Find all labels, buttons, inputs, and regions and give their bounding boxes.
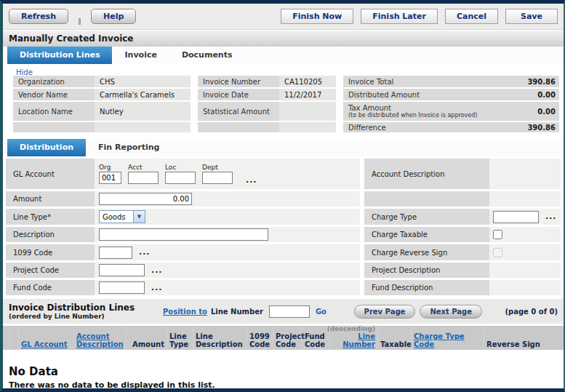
fund-code-input[interactable] bbox=[99, 281, 145, 294]
column-line-description: Line Description bbox=[193, 326, 247, 350]
summary-middle-empty-value bbox=[279, 122, 336, 132]
column-taxable: Taxable bbox=[378, 326, 412, 350]
position-to-link[interactable]: Position to bbox=[163, 308, 207, 316]
dept-segment-input[interactable] bbox=[202, 172, 233, 184]
charge-reverse-sign-checkbox bbox=[493, 248, 502, 257]
finish-now-button[interactable]: Finish Now bbox=[281, 9, 353, 24]
project-description-label: Project Description bbox=[364, 263, 489, 278]
invoice-total-value: 390.86 bbox=[507, 76, 559, 87]
project-description-value bbox=[489, 263, 561, 278]
charge-reverse-sign-field bbox=[489, 244, 561, 260]
statistical-amount-label: Statistical Amount bbox=[198, 102, 279, 121]
pager: Prev Page Next Page (page 0 of 0) bbox=[354, 305, 558, 319]
go-link[interactable]: Go bbox=[316, 308, 326, 316]
refresh-button[interactable]: Refresh bbox=[9, 9, 68, 24]
gl-account-lookup-icon[interactable]: ... bbox=[246, 177, 257, 183]
line-type-field: Goods ▼ bbox=[95, 209, 360, 225]
lines-subtitle: (ordered by Line Number) bbox=[9, 313, 163, 320]
fund-description-value bbox=[489, 280, 561, 295]
acct-segment-label: Acct bbox=[128, 164, 159, 171]
no-data-message: There was no data to be displayed in thi… bbox=[9, 380, 564, 390]
description-field bbox=[95, 227, 360, 242]
difference-label: Difference bbox=[343, 122, 507, 132]
tab-distribution[interactable]: Distribution bbox=[7, 139, 86, 156]
location-name-value: Nutley bbox=[95, 102, 191, 121]
column-fund-code: Fund Code bbox=[302, 326, 330, 350]
project-code-input[interactable] bbox=[99, 264, 145, 276]
form-left-column: GL Account Org Acct Loc Dep bbox=[6, 159, 360, 297]
charge-taxable-label: Charge Taxable bbox=[364, 227, 489, 242]
vendor-name-value: Carmella's Caramels bbox=[95, 89, 191, 100]
distribution-subtabs: Distribution Fin Reporting bbox=[3, 139, 564, 156]
prev-page-button[interactable]: Prev Page bbox=[354, 305, 416, 319]
invoice-number-label: Invoice Number bbox=[198, 76, 279, 87]
toolbar-actions: Finish Now Finish Later Cancel Save bbox=[273, 9, 558, 24]
fund-code-label: Fund Code bbox=[6, 280, 95, 295]
difference-value: 390.86 bbox=[507, 122, 559, 132]
line-type-label: Line Type* bbox=[6, 209, 95, 225]
form-right-column: Account Description Charge Type ... Char… bbox=[364, 159, 561, 297]
amount-label: Amount bbox=[6, 191, 95, 207]
tax-amount-note: (to be distributed when Invoice is appro… bbox=[348, 112, 477, 119]
project-code-label: Project Code bbox=[6, 263, 95, 278]
descending-sort-note: (descending) bbox=[327, 325, 375, 332]
description-label: Description bbox=[6, 227, 95, 242]
tab-distribution-lines[interactable]: Distribution Lines bbox=[7, 47, 112, 64]
gl-account-field: Org Acct Loc Dept ... bbox=[95, 159, 360, 189]
gl-account-label: GL Account bbox=[6, 159, 95, 189]
amount-field bbox=[95, 191, 360, 207]
charge-taxable-checkbox[interactable] bbox=[493, 230, 502, 239]
main-tabs: Distribution Lines Invoice Documents bbox=[3, 47, 564, 64]
finish-later-button[interactable]: Finish Later bbox=[361, 9, 438, 24]
charge-type-lookup-icon[interactable]: ... bbox=[545, 214, 557, 220]
distributed-amount-value: 0.00 bbox=[507, 89, 559, 100]
fund-code-lookup-icon[interactable]: ... bbox=[151, 285, 163, 291]
tab-documents[interactable]: Documents bbox=[169, 47, 245, 64]
invoice-date-value: 11/2/2017 bbox=[279, 89, 336, 100]
code-1099-lookup-icon[interactable]: ... bbox=[139, 249, 151, 255]
fund-description-label: Fund Description bbox=[364, 280, 489, 295]
fund-code-field: ... bbox=[95, 280, 360, 295]
cancel-button[interactable]: Cancel bbox=[445, 9, 498, 24]
charge-type-field: ... bbox=[489, 209, 561, 225]
column-account-description[interactable]: Account Description bbox=[74, 326, 127, 350]
tab-invoice[interactable]: Invoice bbox=[112, 47, 169, 64]
loc-segment-input[interactable] bbox=[165, 172, 196, 184]
column-amount: Amount bbox=[127, 326, 167, 350]
acct-segment-input[interactable] bbox=[128, 172, 159, 184]
organization-label: Organization bbox=[13, 76, 95, 87]
account-description-value bbox=[489, 159, 561, 189]
page-info: (page 0 of 0) bbox=[497, 308, 558, 316]
summary-group-left: OrganizationCHS Vendor NameCarmella's Ca… bbox=[13, 76, 191, 134]
column-gl-account[interactable]: GL Account bbox=[19, 326, 74, 350]
line-number-label: Line Number bbox=[211, 308, 263, 316]
hide-row: Hide bbox=[3, 64, 564, 75]
no-data-region: No Data There was no data to be displaye… bbox=[3, 350, 564, 390]
save-button[interactable]: Save bbox=[505, 9, 558, 24]
column-line-number[interactable]: (descending) Line Number bbox=[330, 326, 378, 350]
help-button[interactable]: Help bbox=[91, 9, 136, 24]
description-input[interactable] bbox=[99, 228, 268, 241]
project-code-field: ... bbox=[95, 263, 360, 278]
charge-taxable-field bbox=[489, 227, 561, 242]
loc-segment-label: Loc bbox=[165, 164, 196, 171]
code-1099-input[interactable] bbox=[99, 247, 132, 259]
organization-value: CHS bbox=[95, 76, 191, 87]
tax-amount-label: Tax Amount (to be distributed when Invoi… bbox=[343, 102, 507, 121]
amount-input[interactable] bbox=[99, 193, 192, 205]
next-page-button[interactable]: Next Page bbox=[420, 305, 482, 319]
distributed-amount-label: Distributed Amount bbox=[343, 89, 507, 100]
account-description-label: Account Description bbox=[364, 159, 489, 189]
column-select-blank bbox=[3, 326, 10, 350]
charge-type-input[interactable] bbox=[493, 211, 539, 223]
column-charge-type-code[interactable]: Charge Type Code bbox=[412, 326, 484, 350]
toolbar-separator bbox=[79, 18, 81, 25]
org-segment-input[interactable] bbox=[99, 172, 121, 184]
location-name-label: Location Name bbox=[13, 102, 95, 121]
tab-fin-reporting[interactable]: Fin Reporting bbox=[86, 139, 172, 156]
invoice-number-value: CA110205 bbox=[279, 76, 336, 87]
summary-left-empty-label bbox=[13, 122, 95, 132]
project-code-lookup-icon[interactable]: ... bbox=[151, 268, 163, 273]
line-number-input[interactable] bbox=[269, 305, 310, 318]
line-type-select[interactable]: Goods ▼ bbox=[99, 210, 145, 223]
